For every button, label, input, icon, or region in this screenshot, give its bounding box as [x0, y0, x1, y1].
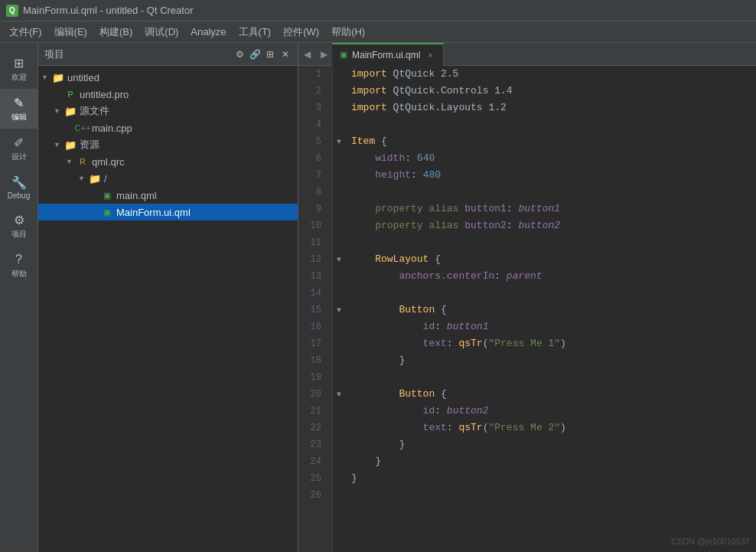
token: }: [351, 352, 405, 369]
tree-icon-5: R: [77, 155, 89, 168]
token: :: [447, 335, 459, 352]
link-icon[interactable]: 🔗: [249, 48, 261, 60]
tree-item-7[interactable]: ▣ main.qml: [38, 187, 298, 204]
line-number-1: 1: [298, 66, 326, 83]
tree-item-0[interactable]: ▼ 📁 untitled: [38, 69, 298, 86]
tree-arrow-4: ▼: [54, 141, 64, 149]
sidebar-icon-label-5: 帮助: [11, 269, 27, 279]
token: parent: [507, 268, 543, 285]
token: QtQuick 2.5: [393, 66, 459, 83]
code-line-14: [351, 285, 756, 302]
token: ): [560, 420, 566, 436]
token: Item: [351, 133, 375, 150]
code-line-11: [351, 234, 756, 251]
menu-item-d[interactable]: 调试(D): [138, 22, 184, 42]
tree-item-6[interactable]: ▼ 📁 /: [38, 170, 298, 187]
menu-item-e[interactable]: 编辑(E): [48, 22, 93, 42]
sidebar-icon-2[interactable]: ✐设计: [0, 129, 37, 168]
code-content[interactable]: import QtQuick 2.5import QtQuick.Control…: [345, 66, 756, 552]
app-icon: Q: [6, 5, 18, 17]
tree-item-8[interactable]: ▣ MainForm.ui.qml: [38, 204, 298, 220]
code-line-4: [351, 116, 756, 133]
fold-marker-4: [333, 116, 345, 133]
tab-back-button[interactable]: ◀: [298, 43, 315, 66]
tree-icon-1: P: [64, 88, 77, 100]
tab-file-icon: ▣: [340, 50, 347, 60]
sidebar-icon-5[interactable]: ?帮助: [0, 246, 37, 286]
sidebar-icon-label-3: Debug: [8, 191, 30, 200]
token: property alias: [351, 201, 464, 217]
token: }: [351, 470, 357, 487]
menu-item-w[interactable]: 控件(W): [277, 22, 325, 42]
fold-marker-21: [333, 403, 345, 420]
fold-marker-5[interactable]: ▼: [333, 133, 345, 150]
tree-arrow-5: ▼: [66, 158, 77, 165]
fold-marker-9: [333, 201, 345, 217]
line-number-3: 3: [298, 100, 326, 116]
fold-marker-15[interactable]: ▼: [333, 302, 345, 318]
token: qsTr: [458, 420, 482, 436]
menu-item-t[interactable]: 工具(T): [233, 22, 278, 42]
tab-forward-button[interactable]: ▶: [315, 43, 332, 66]
token: "Press Me 1": [488, 335, 560, 352]
tree-label-6: /: [104, 173, 107, 185]
sidebar-icon-3[interactable]: 🔧Debug: [0, 168, 37, 206]
token: button1: [447, 318, 489, 335]
token: qsTr: [458, 335, 482, 352]
fold-marker-24: [333, 453, 345, 470]
tree-icon-0: 📁: [52, 71, 64, 83]
fold-marker-1: [333, 66, 345, 83]
fold-marker-16: [333, 318, 345, 335]
menu-item-analyze[interactable]: Analyze: [184, 23, 232, 41]
sidebar-icon-4[interactable]: ⚙项目: [0, 206, 37, 246]
panel-header: 项目 ⚙ 🔗 ⊞ ✕: [38, 43, 298, 66]
line-number-14: 14: [298, 285, 326, 302]
title-text: MainForm.ui.qml - untitled - Qt Creator: [23, 5, 194, 16]
sidebar-icon-1[interactable]: ✎编辑: [0, 89, 37, 129]
sidebar-icon-label-2: 设计: [11, 152, 27, 162]
token: QtQuick.Layouts 1.2: [393, 100, 507, 116]
tree-item-3[interactable]: C++ main.cpp: [38, 119, 298, 136]
fold-marker-22: [333, 420, 345, 436]
menu-item-b[interactable]: 构建(B): [93, 22, 138, 42]
menu-item-f[interactable]: 文件(F): [3, 22, 48, 42]
tree-item-5[interactable]: ▼ R qml.qrc: [38, 153, 298, 170]
editor-tab[interactable]: ▣ MainForm.ui.qml ×: [332, 43, 444, 66]
token: {: [429, 251, 441, 268]
filter-icon[interactable]: ⚙: [233, 48, 246, 60]
token: id: [351, 403, 435, 420]
code-line-12: RowLayout {: [351, 251, 756, 268]
tree-arrow-0: ▼: [41, 73, 52, 81]
tree-label-5: qml.qrc: [92, 156, 125, 168]
file-tree-panel: 项目 ⚙ 🔗 ⊞ ✕ ▼ 📁 untitled P untitled.pro ▼…: [38, 43, 298, 552]
token: Button: [351, 302, 435, 318]
menu-item-h[interactable]: 帮助(H): [325, 22, 371, 42]
line-number-2: 2: [298, 83, 326, 100]
fold-marker-6: [333, 150, 345, 167]
code-line-23: }: [351, 436, 756, 453]
fold-marker-12[interactable]: ▼: [333, 251, 345, 268]
token: (: [483, 335, 489, 352]
sidebar-icon-shape-0: ⊞: [11, 55, 27, 70]
code-line-15: Button {: [351, 302, 756, 318]
token: property alias: [351, 217, 464, 234]
line-number-10: 10: [298, 217, 326, 234]
tree-arrow-2: ▼: [54, 107, 64, 115]
token: {: [375, 133, 387, 150]
sidebar-icons: ⊞欢迎✎编辑✐设计🔧Debug⚙项目?帮助: [0, 43, 38, 552]
tree-icon-3: C++: [77, 122, 89, 134]
tab-close-button[interactable]: ×: [425, 50, 435, 60]
expand-icon[interactable]: ⊞: [264, 48, 276, 60]
fold-marker-17: [333, 335, 345, 352]
token: :: [507, 201, 519, 217]
fold-marker-20[interactable]: ▼: [333, 386, 345, 403]
code-editor: 1234567891011121314151617181920212223242…: [298, 66, 756, 552]
token: RowLayout: [351, 251, 429, 268]
tree-item-1[interactable]: P untitled.pro: [38, 86, 298, 103]
tree-item-2[interactable]: ▼ 📁 源文件: [38, 103, 298, 119]
token: :: [405, 150, 417, 167]
sidebar-icon-0[interactable]: ⊞欢迎: [0, 49, 37, 89]
tree-item-4[interactable]: ▼ 📁 资源: [38, 136, 298, 153]
close-panel-icon[interactable]: ✕: [279, 48, 292, 60]
token: }: [351, 453, 381, 470]
